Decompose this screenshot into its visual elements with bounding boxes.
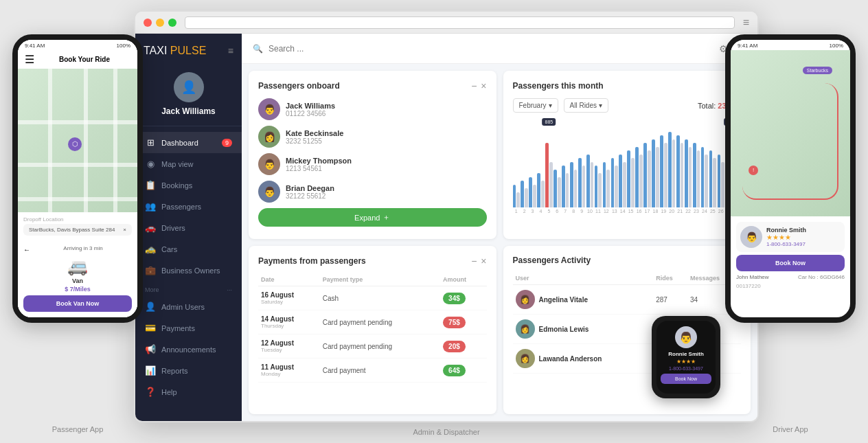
sidebar-item-drivers[interactable]: 🚗 Drivers	[135, 217, 242, 238]
rides-count: 287	[653, 285, 687, 315]
search-input[interactable]	[269, 44, 713, 54]
watch-book-button[interactable]: Book Now	[661, 374, 711, 384]
chart-label: 25	[709, 209, 716, 214]
bar-group	[652, 129, 659, 207]
payments-icon: 💳	[145, 323, 156, 333]
watch-avatar: 👨	[675, 326, 697, 348]
avatar: 👩	[258, 126, 280, 148]
list-item: 👨 Mickey Thompson 1213 54561	[258, 153, 487, 175]
passengers-icon: 👥	[145, 201, 156, 212]
avatar: 👩	[516, 319, 535, 339]
watch-frame: 👨 Ronnie Smith ★★★★ 1-800-633-3497 Book …	[652, 316, 720, 398]
sidebar-item-cars[interactable]: 🚕 Cars	[135, 238, 242, 260]
card-header: Passengers Activity	[513, 255, 742, 265]
bar-blue	[570, 162, 573, 207]
statusbar: 9:41 AM 100%	[731, 40, 850, 50]
bar-gray	[558, 177, 561, 207]
close-button[interactable]	[144, 19, 152, 27]
bar-group	[676, 129, 683, 207]
close-card-btn[interactable]: ×	[481, 255, 486, 266]
sidebar-item-payments[interactable]: 💳 Payments	[135, 317, 242, 339]
bar-group	[709, 129, 716, 207]
bar-tooltip: 885	[542, 118, 556, 126]
user-name: Lawanda Anderson	[539, 355, 602, 363]
chart-label: 24	[701, 209, 708, 214]
bar-gray	[705, 155, 708, 207]
sidebar-item-label: Cars	[161, 245, 177, 253]
bar-group	[693, 129, 700, 207]
sidebar-item-business[interactable]: 💼 Business Owners	[135, 260, 242, 281]
bar-wrapper	[521, 129, 527, 207]
expand-button[interactable]: Expand ＋	[258, 208, 487, 227]
bar-wrapper	[595, 129, 602, 207]
url-bar[interactable]	[185, 16, 735, 29]
arriving-text: Arriving in 3 min	[34, 245, 132, 251]
bar-blue	[595, 166, 598, 207]
avatar: 👩	[516, 290, 535, 309]
john-label: John Mathew	[736, 274, 769, 280]
bar-blue	[562, 166, 565, 207]
bar-group	[603, 129, 610, 207]
car-no: Car No : 6GDG646	[798, 274, 845, 280]
driver-card: 👨 Ronnie Smith ★★★★ 1-800-633-3497	[736, 222, 845, 252]
avatar: 👨	[258, 153, 280, 175]
map-icon: ◉	[145, 159, 156, 169]
card-title: Passengers Activity	[513, 255, 591, 265]
chart-label: 3	[529, 209, 536, 214]
payment-amount: 64$	[440, 359, 486, 383]
hamburger-icon[interactable]: ≡	[228, 45, 233, 56]
chart-label: 5	[545, 209, 552, 214]
sidebar-item-announcements[interactable]: 📢 Announcements	[135, 339, 242, 360]
minimize-button[interactable]	[156, 19, 164, 27]
sidebar-item-map[interactable]: ◉ Map view	[135, 153, 242, 174]
bar-wrapper	[513, 129, 520, 207]
passengers-onboard-card: Passengers onboard − × 👨 Jack Williams 0…	[249, 71, 496, 239]
menu-icon[interactable]: ≡	[743, 16, 749, 29]
bar-gray	[639, 155, 643, 207]
road-h3	[18, 197, 137, 201]
bar-blue	[529, 177, 532, 207]
payment-date: 16 August Saturday	[258, 286, 320, 310]
bar-group	[718, 129, 724, 207]
bar-gray	[525, 188, 528, 207]
col-user: User	[513, 272, 654, 285]
maximize-button[interactable]	[168, 19, 176, 27]
payment-type: Card payment pending	[320, 334, 440, 359]
bottom-info: John Mathew Car No : 6GDG646	[736, 274, 845, 280]
sidebar-item-reports[interactable]: 📊 Reports	[135, 360, 242, 381]
sidebar: TAXI PULSE ≡ 👤 Jack Williams ⊞ Dashboard…	[135, 34, 242, 421]
card-controls: − ×	[471, 255, 486, 266]
bar-blue	[611, 158, 615, 207]
phone-right-screen: 9:41 AM 100% Starbucks ! 👨 Ronnie Smith …	[731, 40, 850, 317]
bar-blue	[709, 150, 713, 207]
van-info: 🚐 Van $ 7/Miles	[23, 257, 132, 293]
phone-right: 9:41 AM 100% Starbucks ! 👨 Ronnie Smith …	[725, 34, 856, 323]
close-icon[interactable]: ×	[123, 227, 126, 233]
bar-wrapper	[709, 129, 716, 207]
dropoff-value: StarBucks, Davis Bypass Suite 284 ×	[23, 224, 132, 236]
book-now-button[interactable]: Book Now	[736, 255, 845, 271]
book-van-button[interactable]: Book Van Now	[23, 295, 132, 312]
sidebar-item-help[interactable]: ❓ Help	[135, 381, 242, 402]
col-rides: Rides	[653, 272, 687, 285]
map-right: Starbucks !	[731, 50, 850, 216]
month-filter[interactable]: February ▾	[513, 98, 558, 113]
route-line	[742, 83, 838, 200]
user-name: Edmonia Lewis	[539, 326, 589, 333]
sidebar-item-dashboard[interactable]: ⊞ Dashboard 9	[135, 132, 242, 153]
minimize-card-btn[interactable]: −	[471, 255, 477, 266]
chart-bars: 88576	[513, 118, 742, 207]
cars-icon: 🚕	[145, 244, 156, 254]
sidebar-item-admin[interactable]: 👤 Admin Users	[135, 296, 242, 317]
bar-group	[570, 129, 577, 207]
sidebar-item-passengers[interactable]: 👥 Passengers	[135, 196, 242, 217]
bar-gray	[672, 139, 676, 207]
sidebar-item-bookings[interactable]: 📋 Bookings	[135, 174, 242, 196]
bar-wrapper	[668, 129, 675, 207]
close-card-btn[interactable]: ×	[481, 80, 486, 91]
rides-filter[interactable]: All Rides ▾	[564, 98, 608, 113]
dashboard-icon: ⊞	[145, 137, 156, 148]
sidebar-item-label: Help	[161, 388, 177, 396]
minimize-card-btn[interactable]: −	[471, 80, 477, 91]
back-icon[interactable]: ←	[23, 246, 30, 253]
